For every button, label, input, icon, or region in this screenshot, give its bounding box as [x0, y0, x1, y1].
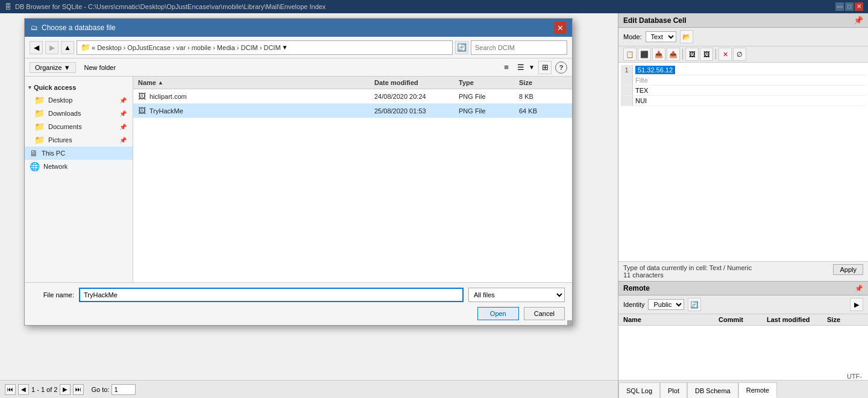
- apply-button[interactable]: Apply: [833, 264, 863, 275]
- remote-refresh-button[interactable]: 🔄: [688, 298, 701, 311]
- tab-remote[interactable]: Remote: [738, 382, 778, 398]
- hiclipart-filename: hiclipart.com: [149, 93, 187, 100]
- pictures-pin-icon: 📌: [119, 137, 127, 144]
- dialog-toolbar: Organize ▼ New folder ≡ ☰ ▼ ⊞ ?: [25, 58, 572, 77]
- resize-handle[interactable]: [567, 320, 572, 325]
- copy-hex-button[interactable]: ⬛: [638, 48, 651, 61]
- last-page-button[interactable]: ⏭: [73, 384, 84, 395]
- cell-filter-header: [621, 75, 633, 86]
- open-button[interactable]: Open: [477, 307, 519, 320]
- up-button[interactable]: ▲: [61, 41, 74, 54]
- search-input[interactable]: [471, 40, 567, 55]
- downloads-folder-icon: 📁: [34, 109, 45, 118]
- image-button[interactable]: 🖼: [685, 48, 699, 61]
- remote-extra-button[interactable]: ▶: [850, 298, 863, 311]
- cell-value[interactable]: 51.32.56.12: [633, 65, 866, 75]
- view-buttons: ≡ ☰ ▼: [500, 61, 535, 74]
- panel-pin-icon[interactable]: 📌: [854, 16, 863, 25]
- col-name[interactable]: Name ▲: [138, 79, 374, 86]
- preview-pane-button[interactable]: ⊞: [538, 61, 552, 74]
- file-row-tryhackme[interactable]: 🖼 TryHackMe 25/08/2020 01:53 PNG File 64…: [133, 104, 572, 118]
- delete-button[interactable]: ✕: [719, 48, 732, 61]
- organize-button[interactable]: Organize ▼: [30, 62, 76, 73]
- mode-bar: Mode: Text 📂: [618, 28, 868, 46]
- close-button[interactable]: ✕: [855, 2, 863, 11]
- documents-folder-icon: 📁: [34, 122, 45, 131]
- path-folder-icon: 📁: [81, 43, 90, 52]
- dialog-buttons: Open Cancel: [32, 307, 565, 320]
- cell-text-header: [621, 86, 633, 96]
- remote-pin-icon[interactable]: 📌: [855, 285, 863, 292]
- nav-item-network[interactable]: 🌐 Network: [25, 160, 133, 173]
- tab-plot[interactable]: Plot: [660, 382, 687, 398]
- nav-item-desktop[interactable]: 📁 Desktop 📌: [25, 93, 133, 107]
- filetype-select[interactable]: All files: [468, 288, 565, 302]
- quick-access-arrow: ▾: [28, 84, 31, 90]
- mode-select[interactable]: Text: [646, 31, 676, 42]
- file-list-body: 🖼 hiclipart.com 24/08/2020 20:24 PNG Fil…: [133, 89, 572, 282]
- col-type[interactable]: Type: [459, 79, 519, 86]
- remote-col-size: Size: [827, 316, 863, 323]
- forward-button[interactable]: ▶: [45, 41, 58, 54]
- cancel-button[interactable]: Cancel: [524, 307, 565, 320]
- tab-db-schema[interactable]: DB Schema: [687, 382, 738, 398]
- remote-table-header: Name Commit Last modified Size: [618, 314, 868, 326]
- goto-label: Go to:: [91, 386, 109, 393]
- first-page-button[interactable]: ⏮: [5, 384, 16, 395]
- tab-sql-log[interactable]: SQL Log: [618, 382, 660, 398]
- file-row-hiclipart[interactable]: 🖼 hiclipart.com 24/08/2020 20:24 PNG Fil…: [133, 89, 572, 104]
- refresh-button[interactable]: 🔄: [455, 41, 468, 54]
- load-file-button[interactable]: 📂: [680, 30, 693, 43]
- identity-label: Identity: [623, 301, 644, 308]
- image2-button[interactable]: 🖼: [700, 48, 713, 61]
- view-list-button[interactable]: ≡: [500, 61, 513, 74]
- filename-input[interactable]: [79, 288, 464, 302]
- copy-printable-button[interactable]: 📋: [623, 48, 637, 61]
- nav-item-documents[interactable]: 📁 Documents 📌: [25, 120, 133, 133]
- new-folder-button[interactable]: New folder: [80, 63, 121, 72]
- identity-select[interactable]: Public: [648, 299, 684, 310]
- hiclipart-size: 8 KB: [519, 93, 567, 100]
- dialog-close-button[interactable]: ✕: [554, 22, 566, 34]
- tryhackme-date: 25/08/2020 01:53: [374, 107, 459, 115]
- title-bar: 🗄 DB Browser for SQLite - C:\Users\cmnat…: [0, 0, 868, 13]
- cell-toolbar: 📋 ⬛ 📥 📤 🖼 🖼 ✕ ∅: [618, 46, 868, 63]
- hiclipart-date: 24/08/2020 20:24: [374, 93, 459, 100]
- window-controls[interactable]: — □ ✕: [835, 2, 863, 11]
- maximize-button[interactable]: □: [845, 2, 854, 11]
- next-page-button[interactable]: ▶: [60, 384, 71, 395]
- quick-access-header[interactable]: ▾ Quick access: [25, 81, 133, 93]
- cell-null-header: [621, 96, 633, 106]
- help-button[interactable]: ?: [555, 62, 567, 74]
- prev-page-button[interactable]: ◀: [18, 384, 29, 395]
- import-button[interactable]: 📥: [652, 48, 665, 61]
- page-info: 1 - 1 of 2: [31, 386, 57, 393]
- sort-arrow-name: ▲: [158, 80, 163, 86]
- nav-item-pictures[interactable]: 📁 Pictures 📌: [25, 133, 133, 147]
- path-dropdown-button[interactable]: ▼: [282, 44, 288, 51]
- nav-item-this-pc[interactable]: 🖥 This PC: [25, 147, 133, 160]
- view-details-button[interactable]: ☰: [514, 61, 527, 74]
- remote-col-name: Name: [623, 316, 719, 323]
- nav-pane: ▾ Quick access 📁 Desktop 📌 📁 Downloads 📌…: [25, 77, 133, 282]
- this-pc-icon: 🖥: [30, 148, 38, 158]
- minimize-button[interactable]: —: [835, 2, 844, 11]
- file-list-header: Name ▲ Date modified Type Size: [133, 77, 572, 89]
- file-pane: Name ▲ Date modified Type Size 🖼 hiclipa…: [133, 77, 572, 282]
- nav-item-downloads[interactable]: 📁 Downloads 📌: [25, 107, 133, 120]
- col-size[interactable]: Size: [519, 79, 567, 86]
- toolbar-divider: [682, 49, 683, 60]
- cell-content-area: 1 51.32.56.12 Filte TEX NUI: [618, 63, 868, 261]
- null-button[interactable]: ∅: [733, 48, 746, 61]
- cell-null-row: NUI: [633, 96, 866, 106]
- hiclipart-type: PNG File: [459, 93, 519, 100]
- address-path[interactable]: 📁 « Desktop › OpJustEncase › var › mobil…: [77, 40, 453, 55]
- toolbar-divider2: [715, 49, 716, 60]
- back-button[interactable]: ◀: [30, 41, 43, 54]
- goto-input[interactable]: [112, 384, 136, 395]
- remote-col-commit: Commit: [719, 316, 767, 323]
- col-date-modified[interactable]: Date modified: [374, 79, 459, 86]
- remote-identity-bar: Identity Public 🔄 ▶: [618, 295, 868, 314]
- network-icon: 🌐: [30, 162, 40, 171]
- export-button[interactable]: 📤: [667, 48, 680, 61]
